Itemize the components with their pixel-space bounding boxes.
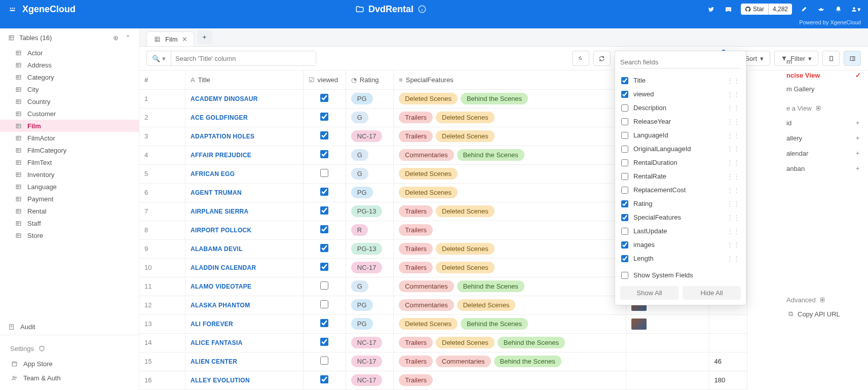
table-row[interactable]: 13ALI FOREVERPGDeleted ScenesBehind the … [139, 314, 747, 333]
field-checkbox[interactable] [621, 228, 628, 235]
sidebar-item-customer[interactable]: Customer [0, 108, 139, 120]
table-row[interactable]: 16ALLEY EVOLUTIONNC-17Trailers180 [139, 371, 747, 389]
title-link[interactable]: AIRPLANE SIERRA [191, 208, 249, 215]
title-link[interactable]: ADAPTATION HOLES [191, 133, 254, 140]
viewed-checkbox[interactable] [320, 225, 328, 233]
viewed-checkbox[interactable] [320, 375, 328, 383]
title-link[interactable]: AGENT TRUMAN [191, 189, 242, 196]
sidebar-item-address[interactable]: Address [0, 59, 139, 71]
viewed-checkbox[interactable] [320, 169, 328, 177]
github-star-badge[interactable]: Star 4,282 [741, 4, 792, 15]
field-checkbox[interactable] [621, 241, 628, 249]
title-link[interactable]: ALASKA PHANTOM [191, 302, 250, 309]
create-view-item[interactable]: alendar＋ [786, 146, 861, 161]
field-checkbox[interactable] [621, 173, 628, 180]
field-row-length[interactable]: Length⋮⋮ [615, 252, 746, 265]
add-table-icon[interactable]: ⊕ [111, 33, 120, 42]
fields-search-input[interactable] [620, 56, 741, 68]
create-view-item[interactable]: allery＋ [786, 130, 861, 146]
close-icon[interactable]: ✕ [182, 36, 187, 43]
viewed-checkbox[interactable] [320, 131, 328, 139]
field-checkbox[interactable] [621, 187, 628, 194]
field-checkbox[interactable] [621, 146, 628, 153]
viewed-checkbox[interactable] [320, 113, 328, 121]
sidebar-item-store[interactable]: Store [0, 229, 139, 241]
drag-icon[interactable]: ⋮⋮ [727, 172, 740, 180]
field-row-releaseyear[interactable]: ReleaseYear⋮⋮ [615, 115, 746, 128]
drag-icon[interactable]: ⋮⋮ [727, 255, 740, 262]
title-link[interactable]: ALABAMA DEVIL [191, 245, 243, 253]
create-view-item[interactable]: anban＋ [786, 161, 861, 176]
app-store-item[interactable]: App Store [0, 357, 139, 371]
table-row[interactable]: 15ALIEN CENTERNC-17TrailersCommentariesB… [139, 352, 747, 371]
sidebar-header[interactable]: Tables (16) ⊕ ⌃ [0, 28, 139, 47]
viewed-checkbox[interactable] [320, 338, 328, 346]
field-checkbox[interactable] [621, 91, 628, 98]
add-tab-button[interactable]: ＋ [197, 30, 212, 44]
search-icon[interactable]: 🔍 ▾ [147, 51, 171, 65]
drag-icon[interactable]: ⋮⋮ [727, 200, 740, 207]
collapse-icon[interactable]: ⌃ [124, 33, 132, 42]
field-checkbox[interactable] [621, 159, 628, 166]
field-checkbox[interactable] [621, 214, 628, 221]
drag-icon[interactable]: ⋮⋮ [727, 227, 740, 235]
plus-icon[interactable]: ＋ [854, 149, 861, 158]
title-link[interactable]: AFFAIR PREJUDICE [191, 152, 251, 159]
title-link[interactable]: ACE GOLDFINGER [191, 114, 248, 121]
viewed-checkbox[interactable] [320, 94, 328, 102]
col-viewed[interactable]: ☑viewed [303, 70, 346, 89]
col-rating[interactable]: ◔Rating [346, 70, 393, 89]
field-row-title[interactable]: Title⋮⋮ [615, 74, 746, 87]
sidebar-item-inventory[interactable]: Inventory [0, 168, 139, 181]
twitter-icon[interactable] [706, 4, 716, 14]
title-link[interactable]: AFRICAN EGG [191, 170, 235, 178]
bat-icon[interactable] [816, 4, 826, 14]
create-view-item[interactable]: id＋ [786, 115, 861, 130]
title-link[interactable]: ALI FOREVER [191, 321, 233, 328]
viewed-checkbox[interactable] [320, 206, 328, 215]
drag-icon[interactable]: ⋮⋮ [727, 104, 740, 112]
sidebar-item-language[interactable]: Language [0, 181, 139, 193]
field-checkbox[interactable] [621, 77, 628, 84]
title-link[interactable]: ACADEMY DINOSAUR [191, 95, 258, 102]
sidebar-item-filmactor[interactable]: FilmActor [0, 132, 139, 144]
bell-icon[interactable] [834, 4, 844, 14]
show-all-button[interactable]: Show All [620, 286, 678, 300]
image-thumb[interactable] [631, 318, 647, 330]
title-link[interactable]: ALAMO VIDEOTAPE [191, 283, 251, 290]
title-link[interactable]: AIRPORT POLLOCK [191, 227, 252, 234]
field-row-languageid[interactable]: LanguageId⋮⋮ [615, 128, 746, 142]
field-checkbox[interactable] [621, 200, 628, 207]
sidebar-item-filmtext[interactable]: FilmText [0, 156, 139, 168]
plus-icon[interactable]: ＋ [854, 164, 861, 173]
drag-icon[interactable]: ⋮⋮ [727, 145, 740, 153]
view-concise[interactable]: ncise View✓ [786, 68, 861, 82]
project-title[interactable]: DvdRental [355, 4, 427, 15]
viewed-checkbox[interactable] [320, 300, 328, 308]
viewed-checkbox[interactable] [320, 150, 328, 158]
field-row-description[interactable]: Description⋮⋮ [615, 101, 746, 115]
title-link[interactable]: ALADDIN CALENDAR [191, 264, 256, 271]
field-row-rentalrate[interactable]: RentalRate⋮⋮ [615, 169, 746, 183]
title-link[interactable]: ALICE FANTASIA [191, 339, 243, 346]
viewed-checkbox[interactable] [320, 281, 328, 290]
viewed-checkbox[interactable] [320, 244, 328, 252]
field-row-rating[interactable]: Rating⋮⋮ [615, 197, 746, 210]
search-input[interactable] [171, 51, 316, 65]
user-menu-icon[interactable]: ▾ [851, 4, 861, 14]
sidebar-item-actor[interactable]: Actor [0, 47, 139, 59]
sidebar-item-filmcategory[interactable]: FilmCategory [0, 144, 139, 156]
hide-all-button[interactable]: Hide All [683, 286, 741, 300]
share-button[interactable] [572, 51, 589, 66]
title-link[interactable]: ALLEY EVOLUTION [191, 377, 250, 384]
table-row[interactable]: 14ALICE FANTASIANC-17TrailersDeleted Sce… [139, 333, 747, 352]
field-row-viewed[interactable]: viewed⋮⋮ [615, 87, 746, 101]
drag-icon[interactable]: ⋮⋮ [727, 186, 740, 194]
field-row-lastupdate[interactable]: LastUpdate⋮⋮ [615, 224, 746, 238]
logo-icon[interactable] [7, 4, 17, 14]
view-item[interactable]: m [786, 55, 861, 68]
field-checkbox[interactable] [621, 255, 628, 262]
system-fields-checkbox[interactable] [621, 272, 628, 279]
field-row-specialfeatures[interactable]: SpecialFeatures⋮⋮ [615, 210, 746, 224]
sidebar-item-city[interactable]: City [0, 83, 139, 95]
